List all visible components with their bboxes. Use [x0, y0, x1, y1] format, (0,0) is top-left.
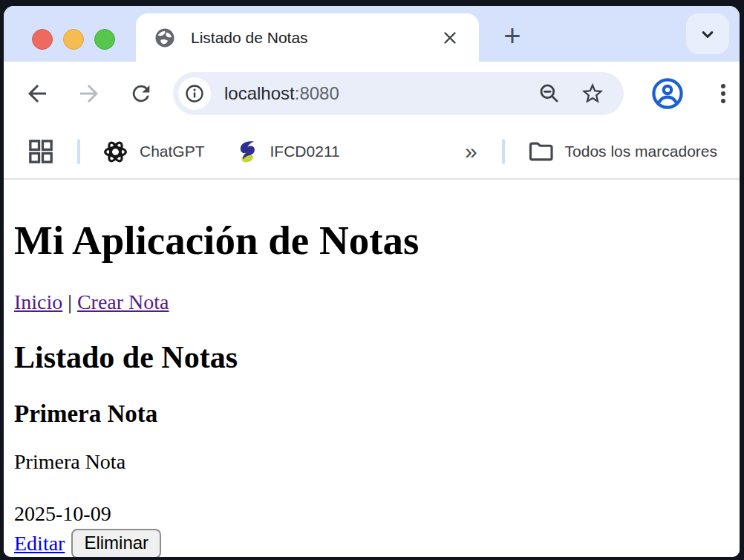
back-button[interactable] — [23, 79, 51, 108]
minimize-window-button[interactable] — [63, 29, 84, 50]
note-title: Primera Nota — [14, 400, 729, 428]
reload-button[interactable] — [127, 79, 155, 108]
site-info-button[interactable] — [178, 77, 211, 110]
bookmarks-overflow-chevron[interactable]: » — [462, 140, 480, 163]
bookmarks-divider — [502, 139, 505, 164]
tab-strip: Listado de Notas + — [4, 6, 740, 62]
url-host: localhost — [224, 83, 295, 103]
tab-title: Listado de Notas — [191, 29, 439, 47]
globe-favicon-icon — [154, 27, 176, 49]
note-actions: Editar Eliminar — [14, 529, 729, 557]
zoom-out-button[interactable] — [536, 80, 563, 107]
nav-separator: | — [68, 290, 72, 313]
apps-grid-icon — [26, 137, 56, 166]
close-window-button[interactable] — [32, 29, 53, 50]
ifcd-logo-icon — [232, 137, 260, 166]
url-text: localhost:8080 — [224, 83, 339, 104]
browser-toolbar: localhost:8080 — [4, 62, 740, 125]
note-item: Primera Nota Primera Nota 2025-10-09 Edi… — [14, 400, 729, 557]
maximize-window-button[interactable] — [94, 29, 115, 50]
arrow-right-icon — [76, 80, 102, 107]
profile-button[interactable] — [650, 76, 685, 111]
folder-icon — [526, 137, 555, 166]
apps-button[interactable] — [26, 137, 56, 166]
browser-window: Listado de Notas + — [4, 6, 740, 557]
star-icon — [580, 81, 605, 106]
note-date: 2025-10-09 — [14, 502, 729, 526]
nav-link-crear-nota[interactable]: Crear Nota — [77, 290, 169, 313]
page-title: Mi Aplicación de Notas — [14, 217, 729, 264]
nav-link-inicio[interactable]: Inicio — [14, 290, 62, 313]
zoom-out-icon — [538, 82, 561, 105]
forward-button[interactable] — [75, 79, 103, 108]
all-bookmarks-label: Todos los marcadores — [565, 143, 717, 160]
bookmarks-divider — [77, 139, 80, 164]
chevron-down-icon — [697, 24, 718, 45]
tab-close-icon[interactable] — [439, 27, 461, 49]
bookmark-label: IFCD0211 — [270, 143, 340, 160]
reload-icon — [128, 81, 154, 106]
new-tab-button[interactable]: + — [496, 19, 529, 52]
page-nav: Inicio | Crear Nota — [14, 290, 729, 314]
account-avatar-icon — [650, 76, 685, 111]
edit-note-link[interactable]: Editar — [14, 532, 65, 556]
section-heading: Listado de Notas — [14, 339, 729, 375]
chatgpt-logo-icon — [102, 138, 129, 166]
delete-note-button[interactable]: Eliminar — [71, 529, 161, 557]
tab-listado-de-notas[interactable]: Listado de Notas — [136, 13, 479, 62]
bookmark-page-button[interactable] — [579, 80, 606, 107]
note-body: Primera Nota — [14, 450, 729, 474]
page-content: Mi Aplicación de Notas Inicio | Crear No… — [4, 180, 740, 557]
window-controls — [32, 29, 115, 50]
all-bookmarks-button[interactable]: Todos los marcadores — [526, 137, 717, 166]
tab-search-button[interactable] — [686, 13, 729, 54]
bookmark-chatgpt[interactable]: ChatGPT — [102, 138, 205, 166]
bookmark-label: ChatGPT — [140, 143, 205, 160]
bookmark-ifcd0211[interactable]: IFCD0211 — [232, 137, 340, 166]
arrow-left-icon — [24, 80, 50, 107]
browser-menu-button[interactable] — [708, 79, 738, 108]
url-port: :8080 — [295, 83, 339, 103]
info-icon — [184, 83, 205, 104]
bookmarks-bar: ChatGPT IFCD0211 » Todos los marcadores — [4, 125, 740, 180]
three-dots-vertical-icon — [711, 81, 736, 106]
address-bar[interactable]: localhost:8080 — [173, 72, 624, 115]
